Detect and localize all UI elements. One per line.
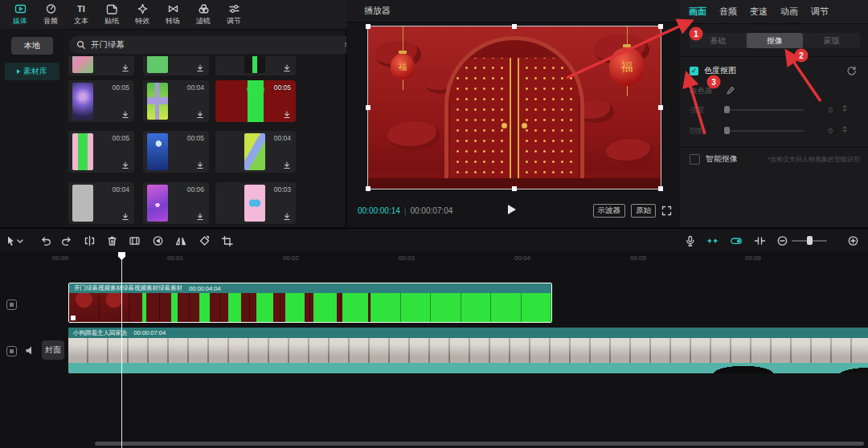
media-card[interactable]: 00:04	[68, 182, 134, 224]
split-icon[interactable]	[82, 234, 96, 248]
linkage-toggle[interactable]	[729, 234, 743, 248]
selection-handle[interactable]	[512, 24, 517, 29]
smart-matting-row[interactable]: 智能抠像	[690, 153, 738, 165]
crop-icon[interactable]	[219, 234, 234, 248]
media-card[interactable]	[215, 56, 296, 75]
undo-icon[interactable]	[38, 234, 52, 248]
toolbar-item-audio[interactable]: 音频	[35, 3, 66, 26]
timeline-ruler[interactable]: 00:0000:0100:0200:0300:0400:0500:06	[0, 252, 868, 266]
redo-icon[interactable]	[59, 234, 74, 248]
stepper[interactable]	[842, 126, 847, 132]
sidebar-item-library[interactable]: 素材库	[5, 63, 59, 80]
preview-axis-icon[interactable]	[752, 234, 767, 248]
overlay-clip[interactable]: 开门绿幕视频素材绿幕视频素材绿幕素材 00:00:04:04	[68, 283, 552, 323]
download-icon[interactable]	[282, 63, 292, 73]
search-bar[interactable]: 开门绿幕 ×	[69, 36, 357, 54]
selection-handle[interactable]	[366, 105, 371, 110]
mirror-icon[interactable]	[174, 234, 188, 248]
freeze-frame-icon[interactable]	[127, 234, 141, 248]
stepper-down-icon[interactable]	[842, 109, 847, 112]
toolbar-item-adjust[interactable]: 调节	[219, 3, 249, 26]
tab-adjust[interactable]: 调节	[811, 6, 829, 18]
stepper-up-icon[interactable]	[842, 105, 847, 108]
tab-animation[interactable]: 动画	[780, 6, 798, 18]
toolbar-item-effects[interactable]: 特效	[127, 3, 158, 26]
media-card[interactable]: 00:04	[143, 80, 209, 122]
timeline-zoom-fit-icon[interactable]	[845, 234, 860, 248]
media-card[interactable]: 00:05	[68, 80, 134, 122]
download-icon[interactable]	[195, 161, 205, 170]
tab-audio[interactable]: 音频	[719, 6, 737, 18]
toolbar-item-filter[interactable]: 滤镜	[188, 3, 219, 26]
video-preview[interactable]: 福 福	[368, 26, 661, 189]
selection-handle[interactable]	[512, 186, 517, 191]
horizontal-scrollbar[interactable]	[95, 442, 864, 446]
download-icon[interactable]	[195, 212, 205, 222]
selection-handle[interactable]	[366, 186, 371, 191]
toolbar-item-sticker[interactable]: 贴纸	[96, 3, 127, 26]
selection-handle[interactable]	[658, 186, 663, 191]
toolbar-item-text[interactable]: TI 文本	[66, 3, 96, 26]
toolbar-item-media[interactable]: 媒体	[5, 3, 35, 26]
track-audio-icon[interactable]	[25, 345, 36, 356]
smart-matting-checkbox[interactable]	[690, 154, 700, 165]
media-card[interactable]	[143, 56, 209, 75]
scope-button[interactable]: 示波器	[593, 204, 626, 218]
download-icon[interactable]	[121, 212, 130, 222]
tab-speed[interactable]: 变速	[750, 6, 768, 18]
media-card-selected[interactable]: 00:05	[215, 80, 296, 122]
download-icon[interactable]	[121, 63, 130, 73]
search-input[interactable]: 开门绿幕	[91, 39, 339, 51]
track1-toggle[interactable]	[6, 299, 17, 310]
reverse-icon[interactable]	[150, 234, 165, 248]
subtab-mask[interactable]: 蒙版	[803, 33, 860, 48]
selection-handle[interactable]	[366, 24, 371, 29]
download-icon[interactable]	[121, 161, 130, 170]
media-card[interactable]	[68, 56, 134, 75]
playhead-line[interactable]	[121, 252, 122, 448]
toolbar-item-transition[interactable]: 转场	[158, 3, 188, 26]
stepper-up-icon[interactable]	[842, 126, 847, 128]
play-button[interactable]	[508, 205, 516, 214]
media-card[interactable]: 00:05	[68, 131, 134, 173]
transition-handle[interactable]	[71, 316, 76, 320]
timeline-zoom-out-icon[interactable]	[775, 234, 789, 248]
stepper-down-icon[interactable]	[842, 130, 847, 132]
chroma-key-checkbox[interactable]: ✓	[690, 67, 698, 75]
reset-icon[interactable]	[846, 66, 857, 76]
chroma-key-row[interactable]: ✓ 色度抠图	[690, 65, 736, 76]
original-button[interactable]: 原始	[631, 204, 656, 218]
selection-handle[interactable]	[658, 24, 663, 29]
slider-track[interactable]	[727, 109, 804, 111]
download-icon[interactable]	[121, 110, 130, 120]
subtab-basic[interactable]: 基础	[690, 33, 747, 48]
rotate-icon[interactable]	[197, 234, 211, 248]
eyedropper-icon[interactable]	[724, 86, 735, 96]
delete-icon[interactable]	[104, 234, 119, 248]
cover-button[interactable]: 封面	[42, 340, 64, 360]
select-tool-chevron-icon[interactable]	[16, 234, 24, 248]
slider-track[interactable]	[727, 130, 804, 132]
download-icon[interactable]	[282, 110, 292, 120]
sidebar-item-local[interactable]: 本地	[11, 37, 53, 55]
download-icon[interactable]	[195, 63, 205, 73]
main-clip[interactable]: 小狗跟着主人回家去 00:00:07:04	[68, 328, 868, 373]
media-card[interactable]: 00:03	[215, 182, 296, 224]
download-icon[interactable]	[282, 161, 292, 170]
tab-picture[interactable]: 画面	[689, 6, 706, 18]
fullscreen-icon[interactable]	[661, 206, 672, 216]
download-icon[interactable]	[282, 212, 292, 222]
media-card[interactable]: 00:04	[215, 131, 296, 173]
stepper[interactable]	[842, 105, 847, 112]
magnetic-snap-toggle[interactable]	[705, 234, 719, 248]
subtab-matting[interactable]: 抠像	[747, 33, 804, 48]
track2-toggle[interactable]	[6, 346, 17, 356]
media-card[interactable]: 00:06	[143, 182, 209, 224]
slider-handle[interactable]	[724, 106, 730, 113]
selection-handle[interactable]	[658, 105, 663, 110]
download-icon[interactable]	[195, 110, 205, 120]
record-voiceover-icon[interactable]	[682, 234, 697, 248]
timeline-zoom-handle[interactable]	[807, 236, 813, 245]
slider-handle[interactable]	[724, 127, 730, 134]
media-card[interactable]: 00:05	[143, 131, 209, 173]
